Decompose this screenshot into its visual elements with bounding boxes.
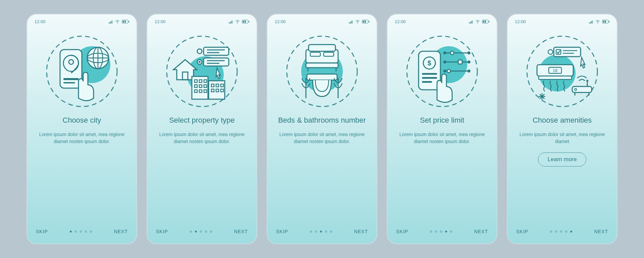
content: Set price limit Lorem ipsum dolor sit am… [387, 116, 497, 145]
dot[interactable] [190, 231, 192, 233]
svg-rect-2 [128, 21, 129, 22]
pagination-dots [70, 231, 92, 233]
svg-point-50 [357, 23, 358, 23]
next-button[interactable]: NEXT [354, 229, 368, 234]
battery-icon [242, 20, 249, 23]
dot[interactable] [560, 231, 562, 233]
illustration-price-limit: $ [387, 27, 497, 116]
status-bar: 12:00 [147, 14, 257, 27]
dot[interactable] [440, 231, 442, 233]
svg-point-92 [597, 23, 598, 23]
learn-more-button[interactable]: Learn more [538, 152, 587, 167]
phone-screen-4: 12:00 $ [387, 14, 497, 244]
skip-button[interactable]: SKIP [516, 229, 528, 234]
nav-bar: SKIP NEXT [267, 221, 377, 244]
dot[interactable] [315, 231, 317, 233]
svg-rect-112 [572, 86, 592, 92]
phone-screen-3: 12:00 [267, 14, 377, 244]
svg-rect-99 [554, 47, 581, 57]
svg-point-84 [444, 70, 446, 72]
dot[interactable] [195, 231, 197, 233]
dot[interactable] [85, 231, 87, 233]
svg-rect-71 [485, 21, 486, 23]
svg-rect-3 [123, 21, 124, 23]
svg-rect-27 [204, 58, 229, 66]
dot[interactable] [450, 231, 452, 233]
nav-bar: SKIP NEXT [507, 221, 617, 244]
dot[interactable] [330, 231, 332, 233]
dot[interactable] [70, 231, 72, 233]
next-button[interactable]: NEXT [114, 229, 128, 234]
dot[interactable] [435, 231, 437, 233]
pagination-dots [310, 231, 332, 233]
svg-rect-18 [249, 21, 249, 22]
status-icons [348, 20, 369, 23]
dot[interactable] [310, 231, 312, 233]
svg-rect-59 [306, 63, 338, 68]
next-button[interactable]: NEXT [474, 229, 488, 234]
dot[interactable] [90, 231, 92, 233]
content: Choose amenities Lorem ipsum dolor sit a… [507, 116, 617, 167]
dot[interactable] [75, 231, 77, 233]
screen-body: Lorem ipsum dolor sit amet, mea regione … [277, 131, 367, 145]
svg-rect-54 [365, 21, 366, 23]
svg-point-26 [197, 49, 202, 54]
battery-icon [122, 20, 129, 23]
next-button[interactable]: NEXT [234, 229, 248, 234]
svg-point-80 [444, 61, 446, 63]
skip-button[interactable]: SKIP [156, 229, 168, 234]
next-button[interactable]: NEXT [594, 229, 608, 234]
skip-button[interactable]: SKIP [36, 229, 48, 234]
svg-point-83 [447, 69, 450, 73]
battery-icon [362, 20, 369, 23]
skip-button[interactable]: SKIP [396, 229, 408, 234]
screen-body: Lorem ipsum dolor sit amet, mea regione … [37, 131, 126, 145]
status-time: 12:00 [275, 19, 286, 24]
svg-rect-58 [309, 45, 335, 51]
wifi-icon [115, 20, 120, 23]
dot[interactable] [210, 231, 212, 233]
svg-rect-9 [63, 82, 75, 83]
dot[interactable] [320, 231, 322, 233]
pagination-dots [190, 231, 212, 233]
dot[interactable] [80, 231, 82, 233]
dot[interactable] [570, 231, 572, 233]
pagination-dots [430, 231, 452, 233]
status-time: 12:00 [155, 19, 166, 24]
nav-bar: SKIP NEXT [27, 221, 137, 244]
svg-text:18: 18 [553, 68, 557, 73]
content: Select property type Lorem ipsum dolor s… [147, 116, 257, 145]
wifi-icon [475, 20, 480, 23]
svg-rect-53 [363, 21, 364, 23]
svg-point-103 [548, 50, 553, 54]
status-icons [469, 20, 489, 23]
dot[interactable] [445, 231, 447, 233]
dot[interactable] [430, 231, 432, 233]
dot[interactable] [555, 231, 557, 233]
nav-bar: SKIP NEXT [147, 221, 257, 244]
svg-rect-107 [539, 76, 572, 79]
skip-button[interactable]: SKIP [276, 229, 288, 234]
svg-point-115 [586, 80, 588, 82]
screen-body: Lorem ipsum dolor sit amet, mea regione … [157, 131, 247, 145]
screen-title: Choose city [37, 116, 126, 125]
svg-rect-90 [422, 77, 437, 79]
status-bar: 12:00 [507, 14, 617, 27]
wifi-icon [235, 20, 240, 23]
signal-icon [228, 20, 233, 23]
battery-icon [482, 20, 489, 23]
dot[interactable] [205, 231, 207, 233]
svg-rect-89 [422, 73, 437, 75]
dot[interactable] [565, 231, 567, 233]
status-bar: 12:00 [27, 14, 137, 27]
dot[interactable] [325, 231, 327, 233]
svg-rect-91 [422, 81, 432, 83]
dot[interactable] [200, 231, 202, 233]
signal-icon [589, 20, 593, 23]
svg-point-0 [117, 23, 118, 23]
svg-point-31 [199, 61, 201, 63]
signal-icon [469, 20, 473, 23]
screen-title: Choose amenities [518, 116, 607, 125]
svg-rect-64 [307, 74, 337, 80]
dot[interactable] [550, 231, 552, 233]
